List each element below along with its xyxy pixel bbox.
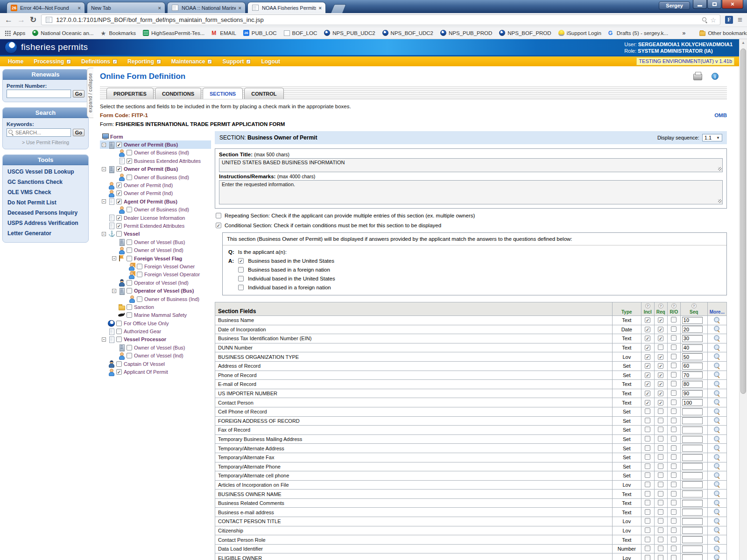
seq-input[interactable] [682,326,703,333]
minimize-button[interactable] [693,0,707,9]
req-checkbox[interactable]: ✓ [658,363,663,369]
tree-checkbox[interactable] [127,280,132,286]
tree-checkbox[interactable] [127,345,132,350]
display-sequence-select[interactable]: 1.1▼ [702,134,722,141]
seq-input[interactable] [682,353,703,360]
tree-row[interactable]: Owner of Vessel (Bus) [100,343,211,351]
more-zoom-icon[interactable] [714,445,720,451]
tree-checkbox[interactable] [116,329,122,334]
dropdown-checkbox-icon[interactable]: ✓ [246,59,251,64]
nav-item-home[interactable]: Home [3,58,28,65]
tree-row[interactable]: ✓Applicant Of Permit [100,368,211,376]
tree-row[interactable]: -Vessel [100,230,211,238]
nav-item-definitions[interactable]: Definitions✓ [76,58,122,65]
resize-grip-icon[interactable] [718,199,722,203]
tree-item-label[interactable]: Marine Mammal Safety [134,312,187,318]
answer-checkbox[interactable]: ✓ [238,258,244,264]
tree-row[interactable]: Marine Mammal Safety [100,311,211,319]
incl-checkbox[interactable]: ✓ [645,354,650,360]
back-button[interactable]: ← [5,16,13,24]
req-checkbox[interactable]: ✓ [658,391,663,396]
tool-link-do-not-permit-list[interactable]: Do Not Permit List [3,197,88,208]
ro-checkbox[interactable] [671,372,677,378]
more-zoom-icon[interactable] [714,363,720,369]
seq-input[interactable] [682,363,703,370]
seq-input[interactable] [682,472,703,479]
ro-checkbox[interactable] [671,436,677,441]
ro-checkbox[interactable] [671,418,677,423]
tree-item-label[interactable]: Owner of Vessel (Ind) [134,353,183,358]
incl-checkbox[interactable] [645,454,650,460]
tree-item-label[interactable]: Owner of Business (Ind) [134,175,189,180]
more-zoom-icon[interactable] [714,536,720,542]
tree-item-label[interactable]: Owner of Permit (Ind) [124,190,173,196]
req-checkbox[interactable]: ✓ [658,400,663,406]
ro-checkbox[interactable] [671,500,677,505]
incl-checkbox[interactable] [645,463,650,469]
more-zoom-icon[interactable] [714,436,720,442]
tree-checkbox[interactable] [137,264,142,269]
tree-item-label[interactable]: Owner of Vessel (Bus) [134,239,185,245]
tree-item-label[interactable]: Operator of Vessel (Ind) [134,280,189,286]
bookmark-star-icon[interactable]: ☆ [711,17,717,23]
tool-link-gc-sanctions-check[interactable]: GC Sanctions Check [3,177,88,187]
req-checkbox[interactable]: ✓ [658,372,663,378]
req-checkbox[interactable] [658,344,663,350]
tab-properties[interactable]: PROPERTIES [106,88,154,99]
incl-checkbox[interactable]: ✓ [645,391,650,396]
tree-item-label[interactable]: Permit Extended Attributes [124,223,184,229]
nav-item-processing[interactable]: Processing✓ [28,58,76,65]
tree-checkbox[interactable] [127,312,132,318]
tree-expander[interactable]: - [112,289,116,293]
seq-input[interactable] [682,490,703,497]
bookmark-item[interactable]: GDrafts (5) - sergey.k... [608,30,668,36]
incl-checkbox[interactable] [645,527,650,533]
search-icon[interactable] [702,17,707,22]
tree-checkbox[interactable] [127,304,132,310]
req-checkbox[interactable] [658,500,663,505]
incl-checkbox[interactable] [645,509,650,515]
ro-checkbox[interactable] [671,527,677,533]
ro-checkbox[interactable] [671,445,677,451]
tree-item-label[interactable]: Owner of Business (Ind) [144,296,199,302]
more-zoom-icon[interactable] [714,463,720,469]
col-more[interactable]: More... [707,302,726,316]
tree-checkbox[interactable] [127,239,132,245]
incl-checkbox[interactable] [645,436,650,441]
bookmark-item[interactable]: HighSeasPermit-Tes... [143,30,204,36]
tree-checkbox[interactable]: ✓ [116,190,122,196]
tree-checkbox[interactable]: ✓ [116,166,122,172]
tree-item-label[interactable]: Business Extended Attributes [134,158,201,164]
tree-item-label[interactable]: Owner of Permit (Bus) [124,166,178,172]
incl-checkbox[interactable]: ✓ [645,317,650,323]
tree-item-label[interactable]: For Office Use Only [124,321,169,326]
tree-item-label[interactable]: Owner of Permit (Bus) [124,142,178,147]
tree-checkbox[interactable]: ✓ [127,158,132,164]
req-checkbox[interactable] [658,546,663,551]
req-checkbox[interactable] [658,527,663,533]
tree-item-label[interactable]: Authorized Gear [124,329,161,334]
help-icon[interactable]: ? [645,303,650,308]
tree-root[interactable]: Form [100,133,211,140]
tree-item-label[interactable]: Foreign Vessel Owner [144,264,195,269]
more-zoom-icon[interactable] [714,335,720,341]
more-zoom-icon[interactable] [714,317,720,323]
seq-input[interactable] [682,417,703,424]
tree-row[interactable]: Authorized Gear [100,327,211,335]
ro-checkbox[interactable] [671,363,677,368]
tree-item-label[interactable]: Foreign Vessel Operator [144,272,200,277]
req-checkbox[interactable] [658,518,663,524]
seq-input[interactable] [682,399,703,406]
nav-item-reporting[interactable]: Reporting✓ [122,58,166,65]
seq-input[interactable] [682,371,703,378]
tree-row[interactable]: Owner of Vessel (Ind) [100,246,211,254]
seq-input[interactable] [682,554,703,560]
incl-checkbox[interactable]: ✓ [645,336,650,341]
seq-input[interactable] [682,381,703,388]
ro-checkbox[interactable] [671,317,677,322]
req-checkbox[interactable] [658,427,663,432]
tree-row[interactable]: ✓Owner of Permit (Ind) [100,189,211,197]
browser-tab[interactable]: NOAA :: National Marine F× [167,2,246,13]
seq-input[interactable] [682,445,703,452]
conditional-section-checkbox[interactable]: ✓ [216,223,221,228]
